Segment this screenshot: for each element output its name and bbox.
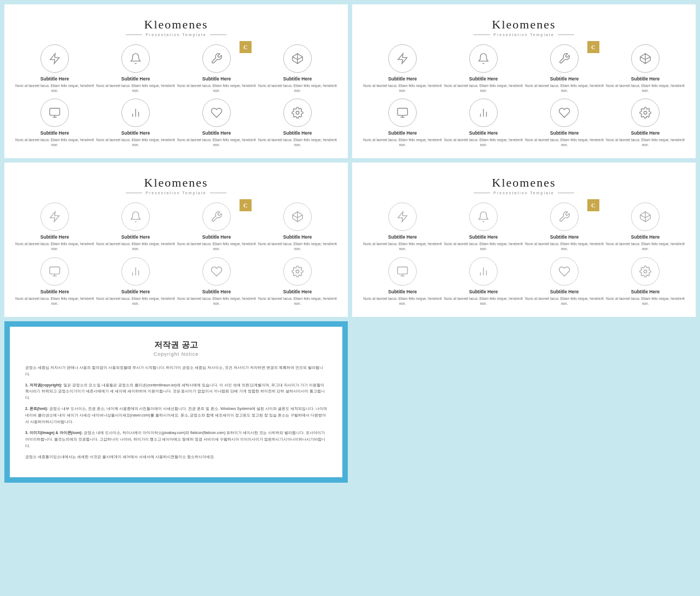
icon-desc: Nunc at laoreet lacus. Etiam felis neque… [363, 137, 442, 147]
slide-1: Kleomenes Presentation Template Subtitle… [4, 4, 348, 158]
icon-item: Subtitle Here Nunc at laoreet lacus. Eti… [15, 257, 94, 306]
icon-item: Subtitle Here Nunc at laoreet lacus. Eti… [444, 99, 523, 147]
icon-desc: Nunc at laoreet lacus. Etiam felis neque… [525, 137, 604, 147]
slide-3-title: Kleomenes Presentation Template [15, 176, 337, 195]
chart-icon [469, 257, 498, 286]
bell-icon [121, 44, 150, 73]
svg-rect-13 [398, 108, 407, 115]
wrench-icon [550, 44, 579, 73]
svg-marker-30 [398, 212, 407, 222]
copyright-badge: C [587, 199, 599, 211]
svg-point-9 [296, 111, 299, 114]
svg-point-29 [296, 270, 299, 273]
icon-item: Subtitle Here Nunc at laoreet lacus. Eti… [15, 44, 94, 93]
icon-item: Subtitle Here Nunc at laoreet lacus. Eti… [258, 44, 337, 93]
slide-4-heading: Kleomenes [363, 176, 685, 190]
icon-label: Subtitle Here [283, 130, 312, 136]
icon-label: Subtitle Here [40, 234, 69, 240]
slide-2-icons-row-2: Subtitle Here Nunc at laoreet lacus. Eti… [363, 99, 685, 147]
heart-icon [550, 257, 579, 286]
bolt-icon [40, 202, 69, 231]
icon-label: Subtitle Here [631, 289, 660, 294]
icon-item: C Subtitle Here Nunc at laoreet lacus. E… [177, 202, 256, 251]
svg-marker-10 [398, 54, 407, 63]
bolt-icon [388, 44, 417, 73]
icon-desc: Nunc at laoreet lacus. Etiam felis neque… [15, 83, 94, 93]
icon-desc: Nunc at laoreet lacus. Etiam felis neque… [177, 83, 256, 93]
slide-1-icons-row-1: Subtitle Here Nunc at laoreet lacus. Eti… [15, 44, 337, 93]
tablet-icon [388, 99, 417, 127]
gear-icon [283, 257, 312, 286]
slide-4-icons-row-1: Subtitle Here Nunc at laoreet lacus. Eti… [363, 202, 685, 251]
icon-item: Subtitle Here Nunc at laoreet lacus. Eti… [606, 99, 685, 147]
icon-item: Subtitle Here Nunc at laoreet lacus. Eti… [258, 99, 337, 147]
icon-label: Subtitle Here [631, 130, 660, 136]
gear-icon [631, 257, 660, 286]
icon-label: Subtitle Here [202, 289, 231, 294]
heart-icon [202, 99, 231, 127]
bolt-icon [40, 44, 69, 73]
icon-item: Subtitle Here Nunc at laoreet lacus. Eti… [15, 99, 94, 147]
icon-label: Subtitle Here [202, 130, 231, 136]
icon-label: Subtitle Here [121, 130, 150, 136]
slide-2-heading: Kleomenes [363, 18, 685, 32]
icon-label: Subtitle Here [469, 289, 498, 294]
icon-desc: Nunc at laoreet lacus. Etiam felis neque… [96, 137, 175, 147]
slide-3-subtitle: Presentation Template [145, 191, 207, 195]
icon-desc: Nunc at laoreet lacus. Etiam felis neque… [363, 296, 442, 306]
icon-desc: Nunc at laoreet lacus. Etiam felis neque… [177, 296, 256, 306]
icon-label: Subtitle Here [283, 289, 312, 294]
icon-label: Subtitle Here [388, 289, 417, 294]
gear-icon [283, 99, 312, 127]
icon-desc: Nunc at laoreet lacus. Etiam felis neque… [606, 296, 685, 306]
slide-4-title: Kleomenes Presentation Template [363, 176, 685, 195]
slide-2-title: Kleomenes Presentation Template [363, 18, 685, 37]
icon-desc: Nunc at laoreet lacus. Etiam felis neque… [606, 241, 685, 251]
icon-item: Subtitle Here Nunc at laoreet lacus. Eti… [363, 202, 442, 251]
svg-marker-20 [50, 212, 60, 222]
heart-icon [202, 257, 231, 286]
copyright-title: 저작권 공고 [25, 340, 327, 350]
icon-label: Subtitle Here [469, 76, 498, 82]
copyright-section: 저작권 공고 Copyright Notice 긍정소 세증심 저자사가 판매나… [4, 321, 348, 483]
icon-desc: Nunc at laoreet lacus. Etiam felis neque… [525, 296, 604, 306]
icon-item: Subtitle Here Nunc at laoreet lacus. Eti… [177, 257, 256, 306]
icon-desc: Nunc at laoreet lacus. Etiam felis neque… [363, 83, 442, 93]
icon-item: Subtitle Here Nunc at laoreet lacus. Eti… [363, 44, 442, 93]
icon-item: C Subtitle Here Nunc at laoreet lacus. E… [525, 202, 604, 251]
tablet-icon [40, 99, 69, 127]
icon-desc: Nunc at laoreet lacus. Etiam felis neque… [96, 83, 175, 93]
icon-desc: Nunc at laoreet lacus. Etiam felis neque… [96, 296, 175, 306]
icon-desc: Nunc at laoreet lacus. Etiam felis neque… [606, 83, 685, 93]
icon-desc: Nunc at laoreet lacus. Etiam felis neque… [363, 241, 442, 251]
svg-rect-3 [50, 108, 60, 115]
copyright-subtitle: Copyright Notice [25, 351, 327, 357]
icon-desc: Nunc at laoreet lacus. Etiam felis neque… [258, 137, 337, 147]
gear-icon [631, 99, 660, 127]
icon-item: C Subtitle Here Nunc at laoreet lacus. E… [525, 44, 604, 93]
icon-label: Subtitle Here [202, 234, 231, 240]
copyright-para-4: 3. 이미지(Image) & 아이콘(icon): 긍정소 내에 도사이소, … [25, 430, 327, 449]
icon-label: Subtitle Here [121, 76, 150, 82]
tablet-icon [40, 257, 69, 286]
icon-label: Subtitle Here [550, 234, 579, 240]
empty-right [352, 321, 696, 483]
icon-item: Subtitle Here Nunc at laoreet lacus. Eti… [177, 99, 256, 147]
icon-label: Subtitle Here [40, 289, 69, 294]
copyright-para-3: 2. 폰트(font): 긍정소 내부 도사이소, 전공 폰소, 네이께 사용중… [25, 406, 327, 425]
icon-desc: Nunc at laoreet lacus. Etiam felis neque… [444, 296, 523, 306]
svg-marker-0 [50, 54, 60, 63]
icon-label: Subtitle Here [469, 234, 498, 240]
icon-label: Subtitle Here [550, 76, 579, 82]
icon-desc: Nunc at laoreet lacus. Etiam felis neque… [525, 241, 604, 251]
copyright-box: 저작권 공고 Copyright Notice 긍정소 세증심 저자사가 판매나… [10, 327, 342, 478]
svg-rect-23 [50, 267, 60, 274]
icon-item: Subtitle Here Nunc at laoreet lacus. Eti… [606, 44, 685, 93]
diamond-icon [631, 44, 660, 73]
icon-desc: Nunc at laoreet lacus. Etiam felis neque… [15, 296, 94, 306]
copyright-badge: C [240, 41, 252, 53]
icon-item: Subtitle Here Nunc at laoreet lacus. Eti… [606, 257, 685, 306]
bottom-row: 저작권 공고 Copyright Notice 긍정소 세증심 저자사가 판매나… [4, 321, 696, 483]
copyright-para-2: 1. 저작권(copyright): 및은 긍정소의 요소 및 내용들은 긍정소… [25, 382, 327, 402]
bolt-icon [388, 202, 417, 231]
